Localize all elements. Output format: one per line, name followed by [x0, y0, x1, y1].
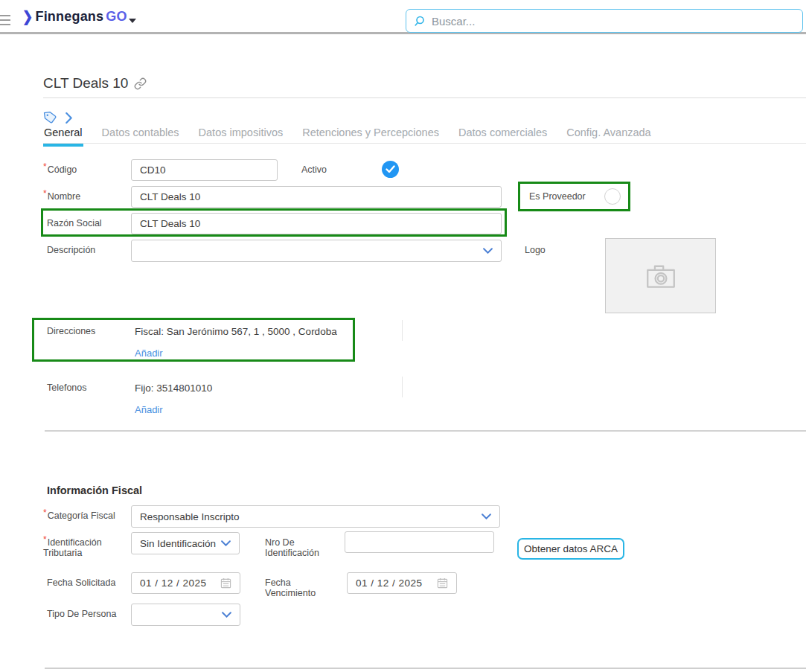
razon-social-input[interactable]	[131, 213, 502, 234]
es-proveedor-highlight-box: Es Proveedor	[518, 182, 630, 211]
required-star: *	[43, 508, 47, 518]
fecha-solicitada-datepicker[interactable]: 01 / 12 / 2025	[131, 572, 240, 594]
telefonos-separator	[402, 377, 403, 397]
brand-logo[interactable]: ❯ Finnegans GO	[22, 9, 127, 25]
nro-identificacion-label: Nro De Identificación	[265, 537, 326, 558]
chevron-down-icon	[221, 540, 231, 546]
chevron-down-icon	[483, 248, 493, 254]
top-bar: ❯ Finnegans GO	[0, 0, 806, 34]
identificacion-tributaria-value: Sin Identificación	[140, 538, 216, 549]
activo-label: Activo	[301, 164, 327, 175]
codigo-label: *Código	[43, 164, 77, 175]
chevron-down-icon	[482, 513, 491, 519]
direcciones-value: Fiscal: San Jerónimo 567, 1 , 5000 , Cor…	[135, 326, 337, 337]
activo-checkbox[interactable]	[382, 161, 399, 178]
brand-name: Finnegans	[35, 9, 103, 25]
page-title-text: CLT Deals 10	[43, 75, 128, 92]
tipo-persona-select[interactable]	[131, 604, 240, 626]
logo-label: Logo	[525, 245, 546, 255]
search-icon	[414, 15, 426, 27]
fecha-vencimiento-label: Fecha Vencimiento	[265, 577, 322, 598]
brand-chevron-icon: ❯	[22, 7, 33, 25]
tipo-persona-label: Tipo De Persona	[47, 609, 116, 619]
nombre-input[interactable]	[131, 186, 502, 208]
link-icon[interactable]	[134, 77, 147, 90]
logo-upload-placeholder[interactable]	[605, 238, 716, 313]
categoria-fiscal-label: *Categoría Fiscal	[43, 511, 115, 521]
camera-icon	[645, 263, 677, 289]
direcciones-separator	[402, 320, 403, 341]
calendar-icon	[437, 577, 448, 589]
fecha-solicitada-label: Fecha Solicitada	[47, 577, 115, 588]
es-proveedor-label: Es Proveedor	[529, 191, 586, 202]
chevron-right-icon[interactable]	[65, 112, 73, 124]
required-star: *	[43, 161, 47, 172]
fecha-solicitada-value: 01 / 12 / 2025	[140, 577, 207, 589]
tabs-divider	[43, 143, 806, 144]
razon-social-label: Razón Social	[47, 218, 102, 228]
check-icon	[386, 165, 395, 173]
page-title: CLT Deals 10	[43, 75, 147, 92]
required-star: *	[43, 534, 47, 545]
descripcion-select[interactable]	[131, 240, 502, 262]
nombre-label: *Nombre	[43, 191, 80, 202]
categoria-fiscal-value: Responsable Inscripto	[140, 511, 240, 522]
chevron-down-icon	[222, 612, 231, 618]
descripcion-label: Descripción	[47, 245, 95, 255]
required-star: *	[43, 188, 47, 199]
identificacion-tributaria-select[interactable]: Sin Identificación	[131, 532, 240, 554]
search-input[interactable]	[432, 15, 795, 28]
section-divider	[45, 430, 806, 432]
telefonos-value: Fijo: 3514801010	[135, 383, 212, 394]
record-icons	[44, 111, 73, 124]
direcciones-highlight-box	[32, 318, 355, 362]
identificacion-tributaria-label: *Identificación Tributaria	[43, 537, 118, 558]
title-divider	[43, 97, 806, 98]
tag-icon[interactable]	[43, 110, 58, 125]
fecha-vencimiento-value: 01 / 12 / 2025	[356, 577, 423, 589]
telefonos-label: Telefonos	[47, 383, 87, 393]
brand-dropdown-caret-icon[interactable]	[129, 19, 136, 23]
codigo-input[interactable]	[131, 159, 278, 181]
es-proveedor-checkbox[interactable]	[604, 188, 621, 205]
search-box[interactable]	[406, 9, 803, 33]
direcciones-label: Direcciones	[47, 326, 95, 336]
categoria-fiscal-select[interactable]: Responsable Inscripto	[131, 505, 500, 528]
fecha-vencimiento-datepicker[interactable]: 01 / 12 / 2025	[347, 572, 457, 594]
informacion-fiscal-heading: Información Fiscal	[47, 484, 142, 496]
bottom-divider	[45, 668, 806, 669]
brand-suffix: GO	[106, 9, 127, 25]
nro-identificacion-input[interactable]	[345, 531, 494, 553]
telefonos-add-link[interactable]: Añadir	[135, 404, 163, 415]
direcciones-add-link[interactable]: Añadir	[135, 348, 163, 359]
calendar-icon	[220, 577, 231, 589]
obtener-datos-arca-button[interactable]: Obtener datos ARCA	[517, 538, 624, 560]
menu-icon[interactable]	[0, 15, 10, 28]
